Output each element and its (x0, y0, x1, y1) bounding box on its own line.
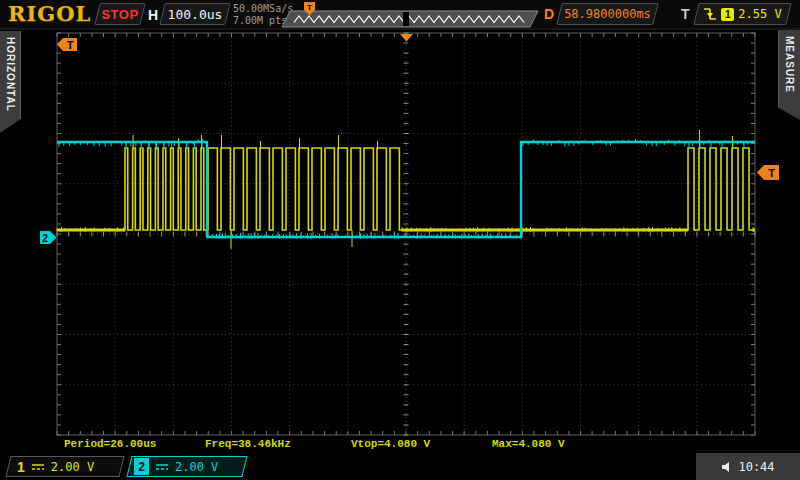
delay-value: 58.9800000ms (564, 7, 651, 21)
channel1-scale: 2.00 V (51, 460, 94, 474)
ch2-trace (57, 142, 755, 237)
tab-horizontal-label: HORIZONTAL (5, 31, 16, 133)
trigger-panel[interactable]: 1 2.55 V (693, 3, 791, 25)
memory-position-bar[interactable]: T (276, 0, 540, 30)
memory-bar-frame (282, 11, 538, 27)
ch1-trace (57, 148, 755, 230)
delay-label: D (544, 6, 554, 22)
clock-time: 10:44 (738, 460, 774, 474)
clock-panel: 10:44 (696, 453, 800, 480)
tab-measure-label: MEASURE (784, 30, 795, 120)
speaker-icon (721, 461, 733, 473)
dc-coupling-icon (156, 464, 168, 470)
channel2-number-badge: 2 (134, 458, 149, 475)
trigger-delay-marker[interactable] (400, 34, 413, 42)
oscilloscope-screen: RIGOL STOP H 100.0us 50.00MSa/s 7.00M pt… (0, 0, 800, 480)
channel2-position-marker[interactable] (40, 231, 57, 244)
measurement-max: Max=4.080 V (492, 438, 565, 450)
horizontal-label: H (148, 7, 158, 23)
waveform-display: TT2 (0, 0, 800, 480)
channel2-box[interactable]: 2 2.00 V (126, 456, 247, 477)
channel2-scale: 2.00 V (175, 460, 218, 474)
svg-text:2: 2 (42, 233, 48, 244)
trigger-source-badge: 1 (721, 8, 734, 21)
tab-measure[interactable]: MEASURE (778, 30, 800, 120)
measurement-freq: Freq=38.46kHz (205, 438, 291, 450)
svg-text:T: T (307, 3, 312, 12)
trigger-label: T (681, 6, 690, 22)
dc-coupling-icon (32, 464, 44, 470)
measurement-period: Period=26.00us (64, 438, 156, 450)
rigol-logo: RIGOL (8, 1, 91, 26)
run-state-badge: STOP (94, 3, 145, 25)
falling-edge-icon (703, 6, 717, 22)
svg-text:T: T (67, 39, 74, 51)
channel1-number: 1 (17, 459, 25, 475)
measurement-vtop: Vtop=4.080 V (351, 438, 430, 450)
timebase-panel[interactable]: 100.0us (159, 3, 230, 25)
display-window-marker[interactable] (403, 12, 409, 26)
top-status-bar: RIGOL STOP H 100.0us 50.00MSa/s 7.00M pt… (0, 0, 800, 30)
tab-horizontal[interactable]: HORIZONTAL (0, 31, 21, 133)
trigger-level-marker[interactable] (757, 165, 779, 180)
run-state-label: STOP (101, 7, 138, 22)
trigger-position-marker[interactable] (57, 38, 77, 51)
timebase-value: 100.0us (168, 7, 223, 22)
svg-text:T: T (768, 167, 775, 179)
trigger-level-value: 2.55 V (738, 7, 781, 21)
channel1-box[interactable]: 1 2.00 V (5, 456, 124, 477)
delay-panel[interactable]: 58.9800000ms (556, 3, 658, 25)
